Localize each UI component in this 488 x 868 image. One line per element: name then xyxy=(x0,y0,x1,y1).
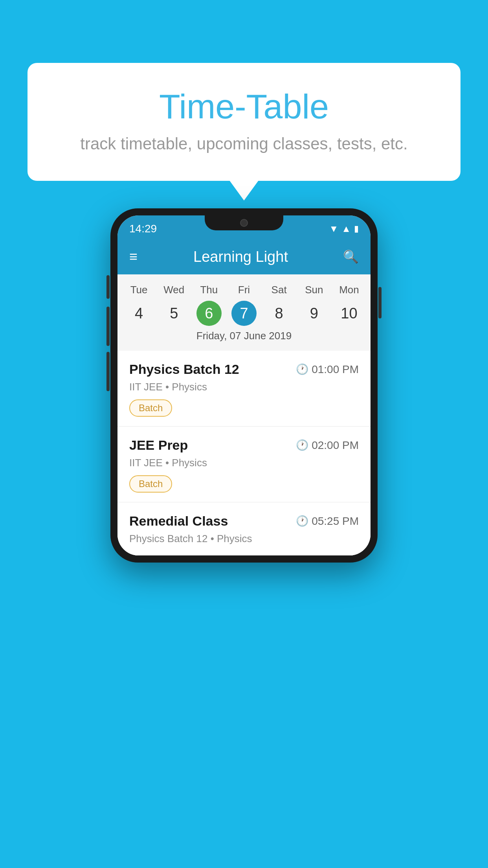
phone-camera xyxy=(240,219,248,227)
phone-frame: 14:29 ▼ ▲ ▮ ≡ Learning Light 🔍 T xyxy=(110,208,378,563)
event-meta: IIT JEE • Physics xyxy=(129,381,359,393)
day-wed: Wed xyxy=(156,281,191,299)
phone-screen: 14:29 ▼ ▲ ▮ ≡ Learning Light 🔍 T xyxy=(117,215,371,555)
speech-bubble: Time-Table track timetable, upcoming cla… xyxy=(28,63,460,181)
day-7-selected[interactable]: 7 xyxy=(231,301,257,326)
day-sun: Sun xyxy=(297,281,332,299)
event-badge: Batch xyxy=(129,475,172,493)
days-header: Tue Wed Thu Fri Sat Sun Mon xyxy=(117,281,371,299)
event-name: Remedial Class xyxy=(129,513,228,529)
day-6-today[interactable]: 6 xyxy=(196,301,222,326)
battery-icon: ▮ xyxy=(354,224,359,234)
events-list: Physics Batch 12 🕐 01:00 PM IIT JEE • Ph… xyxy=(117,351,371,555)
day-mon: Mon xyxy=(332,281,367,299)
day-8[interactable]: 8 xyxy=(262,301,297,326)
signal-icon: ▲ xyxy=(341,223,351,234)
event-meta: IIT JEE • Physics xyxy=(129,457,359,469)
day-thu: Thu xyxy=(191,281,226,299)
bubble-title: Time-Table xyxy=(59,86,429,127)
speech-bubble-section: Time-Table track timetable, upcoming cla… xyxy=(28,63,460,181)
event-item: Physics Batch 12 🕐 01:00 PM IIT JEE • Ph… xyxy=(117,351,371,427)
bubble-subtitle: track timetable, upcoming classes, tests… xyxy=(59,134,429,153)
volume-button-right xyxy=(378,287,382,318)
phone-notch xyxy=(205,215,283,230)
selected-date-label: Friday, 07 June 2019 xyxy=(117,326,371,348)
event-time: 🕐 05:25 PM xyxy=(296,515,359,528)
day-9[interactable]: 9 xyxy=(297,301,332,326)
day-fri: Fri xyxy=(226,281,261,299)
calendar-section: Tue Wed Thu Fri Sat Sun Mon 4 5 6 7 8 xyxy=(117,274,371,351)
power-button xyxy=(106,275,110,299)
status-icons: ▼ ▲ ▮ xyxy=(329,223,359,234)
days-numbers: 4 5 6 7 8 9 10 xyxy=(117,301,371,326)
event-item: Remedial Class 🕐 05:25 PM Physics Batch … xyxy=(117,502,371,555)
phone-mockup: 14:29 ▼ ▲ ▮ ≡ Learning Light 🔍 T xyxy=(110,208,378,563)
day-sat: Sat xyxy=(262,281,297,299)
app-title: Learning Light xyxy=(193,248,288,265)
day-4[interactable]: 4 xyxy=(121,301,156,326)
app-header: ≡ Learning Light 🔍 xyxy=(117,239,371,274)
event-badge: Batch xyxy=(129,399,172,417)
event-name: JEE Prep xyxy=(129,438,188,453)
menu-icon[interactable]: ≡ xyxy=(129,248,138,265)
event-time: 🕐 02:00 PM xyxy=(296,439,359,452)
clock-icon: 🕐 xyxy=(296,363,308,375)
event-item: JEE Prep 🕐 02:00 PM IIT JEE • Physics Ba… xyxy=(117,427,371,502)
volume-down-button xyxy=(106,352,110,391)
status-time: 14:29 xyxy=(129,223,157,235)
event-name: Physics Batch 12 xyxy=(129,362,239,377)
day-tue: Tue xyxy=(121,281,156,299)
clock-icon: 🕐 xyxy=(296,439,308,451)
volume-up-button xyxy=(106,307,110,346)
day-10[interactable]: 10 xyxy=(332,301,367,326)
wifi-icon: ▼ xyxy=(329,223,338,234)
search-icon[interactable]: 🔍 xyxy=(343,249,359,264)
clock-icon: 🕐 xyxy=(296,515,308,527)
event-top-row: Remedial Class 🕐 05:25 PM xyxy=(129,513,359,529)
event-meta: Physics Batch 12 • Physics xyxy=(129,533,359,545)
day-5[interactable]: 5 xyxy=(156,301,191,326)
event-top-row: Physics Batch 12 🕐 01:00 PM xyxy=(129,362,359,377)
event-time: 🕐 01:00 PM xyxy=(296,363,359,376)
event-top-row: JEE Prep 🕐 02:00 PM xyxy=(129,438,359,453)
